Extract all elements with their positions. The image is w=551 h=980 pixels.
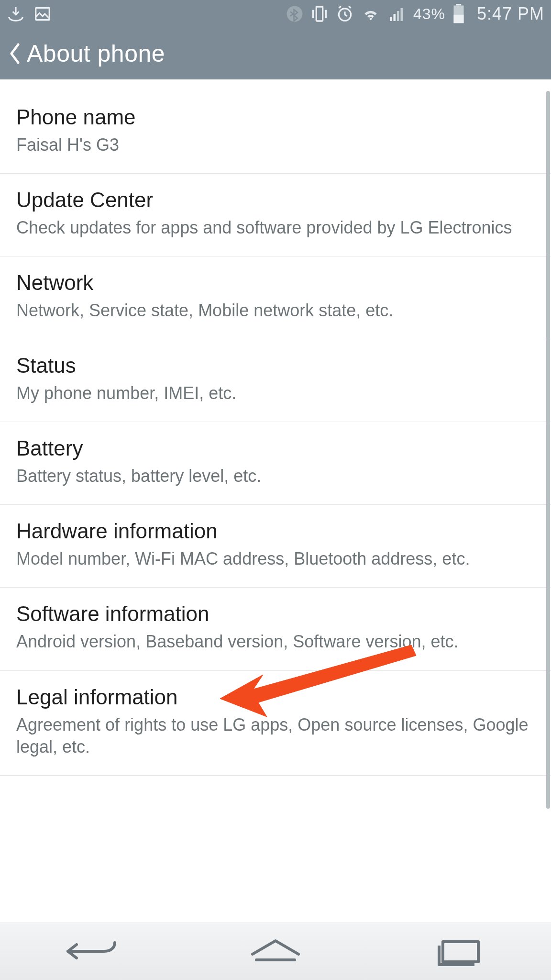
header-gap bbox=[0, 79, 551, 91]
clock-text: 5:47 PM bbox=[477, 4, 544, 24]
alarm-icon bbox=[336, 5, 354, 23]
bluetooth-icon bbox=[286, 5, 303, 22]
item-title: Battery bbox=[16, 436, 535, 460]
svg-rect-10 bbox=[453, 15, 463, 23]
svg-rect-4 bbox=[390, 17, 392, 21]
item-title: Status bbox=[16, 354, 535, 378]
wifi-icon bbox=[361, 5, 381, 23]
item-title: Hardware information bbox=[16, 519, 535, 543]
cell-signal-icon bbox=[387, 5, 407, 22]
item-subtitle: Agreement of rights to use LG apps, Open… bbox=[16, 714, 535, 758]
item-title: Phone name bbox=[16, 105, 535, 129]
scrollbar[interactable] bbox=[546, 91, 550, 809]
item-title: Network bbox=[16, 271, 535, 295]
svg-rect-8 bbox=[456, 4, 462, 6]
item-title: Software information bbox=[16, 602, 535, 626]
item-subtitle: My phone number, IMEI, etc. bbox=[16, 382, 535, 404]
item-software-info[interactable]: Software information Android version, Ba… bbox=[0, 588, 551, 670]
item-title: Update Center bbox=[16, 188, 535, 212]
page-title: About phone bbox=[27, 40, 165, 67]
item-battery[interactable]: Battery Battery status, battery level, e… bbox=[0, 422, 551, 505]
item-status[interactable]: Status My phone number, IMEI, etc. bbox=[0, 339, 551, 422]
item-subtitle: Faisal H's G3 bbox=[16, 134, 535, 156]
item-legal-info[interactable]: Legal information Agreement of rights to… bbox=[0, 671, 551, 776]
item-update-center[interactable]: Update Center Check updates for apps and… bbox=[0, 174, 551, 256]
item-subtitle: Network, Service state, Mobile network s… bbox=[16, 300, 535, 322]
item-subtitle: Check updates for apps and software prov… bbox=[16, 217, 535, 239]
item-subtitle: Model number, Wi-Fi MAC address, Bluetoo… bbox=[16, 548, 535, 570]
item-subtitle: Battery status, battery level, etc. bbox=[16, 465, 535, 487]
item-network[interactable]: Network Network, Service state, Mobile n… bbox=[0, 256, 551, 339]
nav-recent-button[interactable] bbox=[416, 933, 502, 971]
nav-home-button[interactable] bbox=[232, 933, 319, 971]
svg-rect-6 bbox=[397, 11, 399, 21]
app-header: About phone bbox=[0, 28, 551, 79]
status-bar: 43% 5:47 PM bbox=[0, 0, 551, 28]
item-phone-name[interactable]: Phone name Faisal H's G3 bbox=[0, 91, 551, 174]
nav-back-button[interactable] bbox=[49, 933, 135, 971]
svg-rect-7 bbox=[400, 8, 403, 21]
svg-point-1 bbox=[287, 6, 302, 22]
item-hardware-info[interactable]: Hardware information Model number, Wi-Fi… bbox=[0, 505, 551, 588]
battery-percent-text: 43% bbox=[413, 5, 445, 23]
battery-icon bbox=[452, 4, 465, 24]
download-icon bbox=[7, 5, 25, 23]
navigation-bar bbox=[0, 923, 551, 980]
svg-rect-2 bbox=[316, 7, 322, 21]
back-button[interactable] bbox=[3, 39, 27, 68]
svg-rect-12 bbox=[443, 942, 478, 962]
item-title: Legal information bbox=[16, 685, 535, 709]
settings-list: Phone name Faisal H's G3 Update Center C… bbox=[0, 91, 551, 923]
item-subtitle: Android version, Baseband version, Softw… bbox=[16, 631, 535, 653]
image-icon bbox=[33, 5, 52, 23]
svg-rect-5 bbox=[393, 14, 396, 21]
vibrate-icon bbox=[310, 4, 329, 23]
